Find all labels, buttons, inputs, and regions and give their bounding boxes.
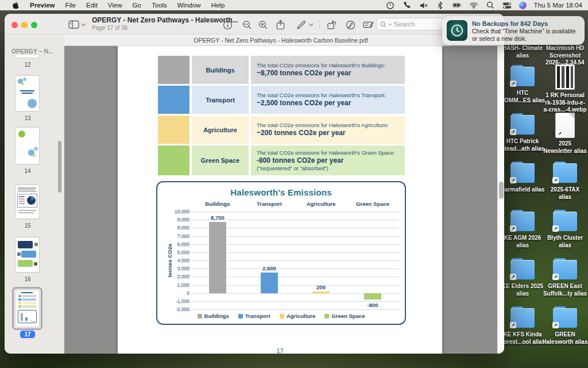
close-window-button[interactable]: [11, 22, 18, 28]
category-description: The total CO2e emissions for Halesworth'…: [251, 116, 405, 144]
folder-icon: ↗: [552, 258, 578, 281]
desktop-icon[interactable]: ↗2025Newsletter alias: [541, 113, 588, 155]
sidebar-scrollbar[interactable]: [58, 141, 61, 193]
menu-view[interactable]: View: [108, 2, 122, 9]
sidebar-chevron-icon[interactable]: [79, 18, 87, 31]
desktop-icon[interactable]: ↗2025-6TAXalias: [541, 161, 588, 201]
desktop-icon[interactable]: ↗GREENHalesworth alias: [541, 306, 588, 346]
y-tick-label: 9,000: [157, 217, 189, 223]
desktop-icon[interactable]: ↗Carmafield alias: [498, 161, 547, 194]
page-thumbnail-15[interactable]: [16, 185, 39, 218]
x-axis-label: Agriculture: [295, 201, 347, 207]
rotate-button[interactable]: [325, 18, 339, 31]
page-thumbnail-17[interactable]: [16, 290, 39, 327]
y-tick-label: 5,000: [157, 250, 189, 255]
folder-icon: ↗: [552, 209, 578, 232]
desktop-icon[interactable]: ↗Blyth Clusteralias: [541, 209, 588, 249]
bar-value-label: 200: [304, 284, 338, 290]
notification-banner[interactable]: No Backups for 842 Days Check that “Time…: [442, 16, 585, 45]
menubar-clock[interactable]: Thu 5 Mar 18:04: [534, 2, 582, 9]
legend-swatch: [324, 314, 329, 319]
category-swatch: [158, 86, 189, 114]
desktop-icon-label: Blyth Clusteralias: [541, 235, 588, 249]
menu-file[interactable]: File: [65, 2, 76, 9]
document-scrollbar[interactable]: [497, 46, 504, 354]
pdf-page: BuildingsThe total CO2e emissions for Ha…: [118, 46, 442, 354]
menu-tools[interactable]: Tools: [152, 2, 167, 9]
page-thumbnail-14[interactable]: [16, 128, 39, 164]
y-tick-label: 0: [157, 290, 189, 296]
desktop-icon[interactable]: Macintosh HDScreenshot2026-...2.34.54: [541, 43, 588, 67]
info-button[interactable]: [220, 18, 234, 31]
markup-chevron-icon[interactable]: [307, 18, 315, 31]
legend-swatch: [238, 314, 243, 319]
chart-area: 10,0009,0008,0007,0006,0005,0004,0003,00…: [157, 182, 405, 324]
tab-filename[interactable]: OPERGY - Net Zero Pathways - Halesworth …: [194, 37, 368, 44]
battery-icon[interactable]: [452, 1, 462, 10]
share-button[interactable]: [273, 18, 287, 31]
y-tick-label: 1,000: [157, 282, 189, 288]
legend-item: Transport: [238, 313, 270, 319]
form-fill-button[interactable]: [362, 18, 376, 31]
search-icon[interactable]: [486, 1, 495, 10]
control-center-icon[interactable]: [502, 1, 512, 10]
desktop-icon[interactable]: ↗HTC PatrickStead...ath alias: [498, 113, 547, 152]
menu-edit[interactable]: Edit: [86, 2, 98, 9]
menu-help[interactable]: Help: [211, 2, 225, 9]
category-swatch: [158, 116, 189, 144]
menu-go[interactable]: Go: [133, 2, 141, 9]
scrollbar-thumb[interactable]: [499, 182, 504, 199]
legend-swatch: [280, 314, 284, 319]
gridline: [192, 309, 399, 310]
chart-bar-agriculture: [312, 292, 330, 293]
table-row-buildings: BuildingsThe total CO2e emissions for Ha…: [158, 56, 405, 84]
menu-app-name[interactable]: Preview: [30, 2, 55, 9]
desktop-icon-label: GREEN EastSuffolk...ty alias: [541, 283, 588, 297]
menubar-menus: FileEditViewGoToolsWindowHelp: [65, 2, 225, 9]
folder-icon: ↗: [509, 113, 536, 136]
sidebar-toggle-button[interactable]: [67, 18, 80, 31]
table-row-green-space: Green SpaceThe total CO2e emissions for …: [158, 145, 405, 175]
markup-pencil-button[interactable]: [294, 18, 308, 31]
bar-value-label: -800: [355, 302, 390, 308]
wifi-icon[interactable]: [469, 1, 478, 10]
page-thumbnail-12[interactable]: [16, 55, 39, 57]
page-thumbnail-16[interactable]: [16, 237, 39, 272]
desktop-icon[interactable]: ↗HTCCOMM...ES alias: [498, 64, 547, 104]
pdf-page-number: 17: [118, 347, 442, 354]
desktop-icon[interactable]: HASH- Climatealias: [498, 43, 547, 59]
bluetooth-icon[interactable]: [436, 1, 445, 10]
desktop-icon[interactable]: ↗KE Elders 2025alias: [498, 258, 547, 297]
zoom-out-button[interactable]: [240, 18, 254, 31]
desktop-icon[interactable]: ↗KE AGM 2026alias: [498, 209, 547, 249]
table-row-transport: TransportThe total CO2e emissions for Ha…: [158, 86, 405, 114]
sketch-pen-button[interactable]: [343, 18, 357, 31]
alias-badge-icon: ↗: [510, 322, 516, 328]
desktop-icon[interactable]: ↗GREEN EastSuffolk...ty alias: [541, 258, 588, 297]
siri-icon[interactable]: [519, 2, 527, 9]
recent-items-icon[interactable]: [386, 1, 395, 10]
desktop-icon-label: KE Elders 2025alias: [498, 283, 547, 297]
alias-badge-icon: ↗: [510, 177, 516, 183]
notification-title: No Backups for 842 Days: [472, 20, 548, 27]
category-description: The total CO2e emissions for Halesworth'…: [251, 86, 405, 114]
minimize-window-button[interactable]: [21, 22, 28, 28]
zoom-in-button[interactable]: [256, 18, 270, 31]
mute-icon[interactable]: [419, 1, 428, 10]
toolbar: OPERGY - Net Zero Pathways - Halesworth.…: [5, 14, 504, 34]
y-tick-label: 7,000: [157, 233, 189, 239]
x-axis-label: Transport: [243, 201, 295, 207]
desktop-icon[interactable]: ↗KE KFS KindaForest...ool alias: [498, 306, 547, 346]
desktop-icon-label: 2025Newsletter alias: [541, 140, 588, 155]
category-label: Buildings: [192, 56, 249, 84]
apple-menu-icon[interactable]: [10, 1, 20, 10]
page-thumbnail-13[interactable]: [16, 76, 39, 111]
alias-badge-icon: ↗: [510, 80, 516, 87]
zoom-window-button[interactable]: [31, 22, 37, 28]
desktop-icon[interactable]: 1 RK Personalrk-1938-lrdu-e-a-cras...-4.…: [541, 64, 588, 114]
document-view: BuildingsThe total CO2e emissions for Ha…: [64, 46, 497, 354]
menu-window[interactable]: Window: [177, 2, 201, 9]
gridline: [192, 212, 399, 212]
desktop-icon-label: HTCCOMM...ES alias: [498, 90, 547, 104]
phone-icon[interactable]: [403, 1, 412, 10]
